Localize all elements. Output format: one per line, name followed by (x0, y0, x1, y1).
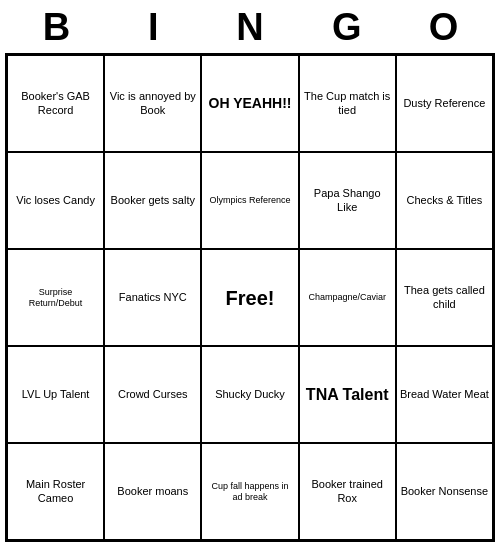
cell-r4-c3[interactable]: Booker trained Rox (299, 443, 396, 540)
cell-r0-c0[interactable]: Booker's GAB Record (7, 55, 104, 152)
cell-r2-c0[interactable]: Surprise Return/Debut (7, 249, 104, 346)
cell-r0-c4[interactable]: Dusty Reference (396, 55, 493, 152)
letter-o: O (414, 6, 474, 49)
cell-r4-c1[interactable]: Booker moans (104, 443, 201, 540)
letter-i: I (123, 6, 183, 49)
cell-r2-c4[interactable]: Thea gets called child (396, 249, 493, 346)
cell-r3-c1[interactable]: Crowd Curses (104, 346, 201, 443)
cell-r0-c2[interactable]: OH YEAHH!! (201, 55, 298, 152)
cell-r3-c0[interactable]: LVL Up Talent (7, 346, 104, 443)
letter-b: B (26, 6, 86, 49)
letter-g: G (317, 6, 377, 49)
cell-r0-c3[interactable]: The Cup match is tied (299, 55, 396, 152)
cell-r1-c3[interactable]: Papa Shango Like (299, 152, 396, 249)
bingo-header: B I N G O (0, 0, 500, 51)
cell-r3-c4[interactable]: Bread Water Meat (396, 346, 493, 443)
cell-r0-c1[interactable]: Vic is annoyed by Book (104, 55, 201, 152)
bingo-grid: Booker's GAB RecordVic is annoyed by Boo… (5, 53, 495, 542)
cell-r4-c2[interactable]: Cup fall happens in ad break (201, 443, 298, 540)
cell-r3-c3[interactable]: TNA Talent (299, 346, 396, 443)
cell-r1-c0[interactable]: Vic loses Candy (7, 152, 104, 249)
cell-r4-c0[interactable]: Main Roster Cameo (7, 443, 104, 540)
cell-r2-c3[interactable]: Champagne/Caviar (299, 249, 396, 346)
letter-n: N (220, 6, 280, 49)
cell-r1-c4[interactable]: Checks & Titles (396, 152, 493, 249)
cell-r2-c2[interactable]: Free! (201, 249, 298, 346)
cell-r4-c4[interactable]: Booker Nonsense (396, 443, 493, 540)
cell-r1-c1[interactable]: Booker gets salty (104, 152, 201, 249)
cell-r2-c1[interactable]: Fanatics NYC (104, 249, 201, 346)
cell-r3-c2[interactable]: Shucky Ducky (201, 346, 298, 443)
cell-r1-c2[interactable]: Olympics Reference (201, 152, 298, 249)
